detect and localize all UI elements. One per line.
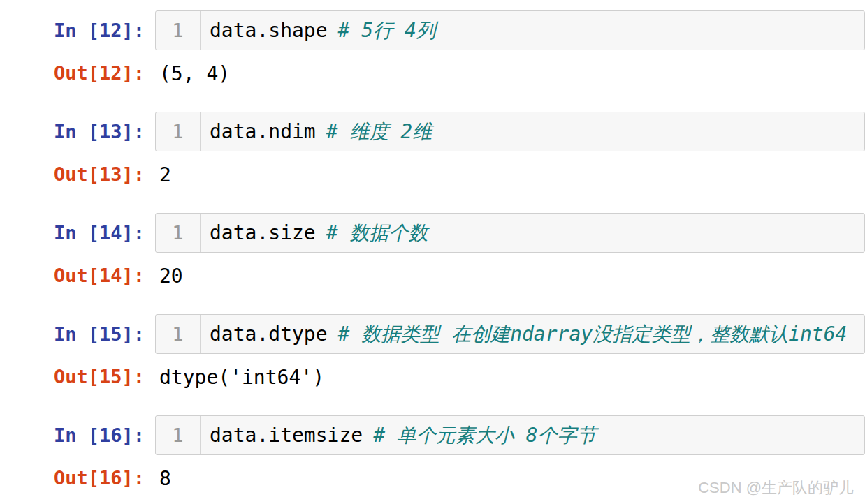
watermark: CSDN @生产队的驴儿 — [698, 477, 854, 498]
code-text: data.ndim — [210, 120, 316, 143]
input-prompt: In [15]: — [0, 314, 155, 354]
code-line[interactable]: data.shape# 5行 4列 — [201, 17, 436, 44]
output-prompt: Out[13]: — [0, 164, 155, 185]
code-editor[interactable]: 1 data.shape# 5行 4列 — [155, 10, 865, 50]
code-text: data.itemsize — [210, 424, 363, 447]
output-prompt: Out[12]: — [0, 63, 155, 84]
code-editor[interactable]: 1 data.dtype# 数据类型 在创建ndarray没指定类型，整数默认i… — [155, 314, 865, 354]
output-prompt: Out[14]: — [0, 265, 155, 286]
code-comment: # 5行 4列 — [338, 19, 436, 42]
notebook-cell: In [12]: 1 data.shape# 5行 4列 Out[12]: (5… — [0, 10, 865, 84]
output-value: 8 — [159, 467, 171, 490]
output-row: Out[12]: (5, 4) — [0, 63, 865, 84]
output-row: Out[14]: 20 — [0, 265, 865, 286]
input-row: In [12]: 1 data.shape# 5行 4列 — [0, 10, 865, 50]
line-number: 1 — [156, 416, 201, 454]
code-comment: # 数据个数 — [326, 221, 428, 244]
input-row: In [14]: 1 data.size# 数据个数 — [0, 213, 865, 253]
notebook-cell: In [15]: 1 data.dtype# 数据类型 在创建ndarray没指… — [0, 314, 865, 387]
output-prompt: Out[15]: — [0, 366, 155, 387]
output-value: dtype('int64') — [159, 366, 324, 389]
code-text: data.size — [210, 221, 316, 244]
code-editor[interactable]: 1 data.itemsize# 单个元素大小 8个字节 — [155, 415, 865, 455]
output-prompt: Out[16]: — [0, 468, 155, 489]
notebook: In [12]: 1 data.shape# 5行 4列 Out[12]: (5… — [0, 0, 865, 489]
code-line[interactable]: data.itemsize# 单个元素大小 8个字节 — [201, 422, 597, 449]
input-row: In [15]: 1 data.dtype# 数据类型 在创建ndarray没指… — [0, 314, 865, 354]
input-row: In [16]: 1 data.itemsize# 单个元素大小 8个字节 — [0, 415, 865, 455]
code-comment: # 维度 2维 — [326, 120, 432, 143]
input-prompt: In [12]: — [0, 10, 155, 50]
code-line[interactable]: data.dtype# 数据类型 在创建ndarray没指定类型，整数默认int… — [201, 321, 847, 348]
output-value: (5, 4) — [159, 62, 230, 85]
code-editor[interactable]: 1 data.ndim# 维度 2维 — [155, 112, 865, 151]
code-text: data.dtype — [210, 323, 328, 346]
output-row: Out[13]: 2 — [0, 164, 865, 185]
line-number: 1 — [156, 214, 201, 252]
code-comment: # 单个元素大小 8个字节 — [373, 424, 596, 447]
line-number: 1 — [156, 112, 201, 151]
input-prompt: In [13]: — [0, 112, 155, 151]
code-editor[interactable]: 1 data.size# 数据个数 — [155, 213, 865, 253]
line-number: 1 — [156, 11, 201, 50]
input-prompt: In [16]: — [0, 415, 155, 455]
output-value: 2 — [159, 163, 171, 186]
code-line[interactable]: data.ndim# 维度 2维 — [201, 119, 432, 145]
input-row: In [13]: 1 data.ndim# 维度 2维 — [0, 112, 865, 151]
input-prompt: In [14]: — [0, 213, 155, 253]
code-comment: # 数据类型 在创建ndarray没指定类型，整数默认int64 — [338, 323, 848, 346]
code-line[interactable]: data.size# 数据个数 — [201, 220, 428, 246]
output-value: 20 — [159, 265, 183, 288]
output-row: Out[15]: dtype('int64') — [0, 366, 865, 387]
code-text: data.shape — [210, 19, 328, 42]
notebook-cell: In [14]: 1 data.size# 数据个数 Out[14]: 20 — [0, 213, 865, 286]
line-number: 1 — [156, 315, 201, 353]
notebook-cell: In [13]: 1 data.ndim# 维度 2维 Out[13]: 2 — [0, 112, 865, 185]
